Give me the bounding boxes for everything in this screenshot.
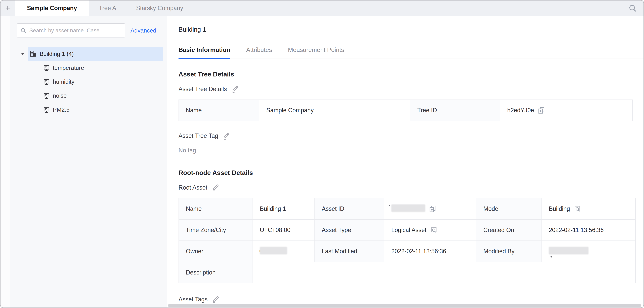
tree-node-selected[interactable]: Building 1 (4) (28, 47, 162, 61)
building-icon (30, 50, 36, 57)
description-label-cell: Description (179, 262, 253, 283)
tab-tree-a[interactable]: Tree A (89, 1, 126, 16)
tab-attributes[interactable]: Attributes (246, 46, 272, 59)
last-modified-value-cell: 2022-02-11 13:56:36 (384, 241, 476, 262)
asset-tree-details-label-row: Asset Tree Details (178, 85, 644, 93)
table-row: Name Building 1 Asset ID Mod (179, 198, 636, 219)
sidebar-gutter (0, 16, 10, 307)
collapse-caret-icon[interactable] (18, 53, 28, 55)
asset-search-input[interactable] (29, 27, 122, 34)
page-title: Building 1 (178, 26, 644, 33)
tree-node-label: Building 1 (4) (40, 51, 74, 57)
tree-node-label: humidity (53, 78, 74, 85)
redacted-owner (260, 247, 287, 256)
view-model-icon[interactable] (430, 226, 438, 234)
advanced-search-link[interactable]: Advanced (130, 27, 156, 34)
redacted-modified-by (549, 247, 588, 256)
copy-icon[interactable] (538, 107, 545, 114)
asset-tags-row: Asset Tags (178, 295, 644, 303)
table-row: Owner Last Modified 2022-02-11 13:56:36 … (179, 241, 636, 262)
asset-id-label-cell: Asset ID (315, 198, 384, 219)
table-row: Description -- (179, 262, 636, 283)
model-value-cell: Building (542, 198, 636, 219)
search-icon (20, 28, 26, 34)
root-node-heading: Root-node Asset Details (178, 169, 644, 177)
asset-tree-details-label: Asset Tree Details (178, 86, 227, 93)
modified-by-label-cell: Modified By (476, 241, 542, 262)
asset-type-value-cell: Logical Asset (384, 219, 476, 241)
app-window: + Sample Company Tree A Starsky Company … (0, 0, 644, 308)
pencil-edit-icon[interactable] (222, 132, 230, 140)
main-panel: Building 1 Basic Information Attributes … (167, 16, 644, 307)
asset-type-value: Logical Asset (391, 227, 426, 234)
tree-node-noise[interactable]: noise (17, 89, 166, 103)
tree-node-building-1[interactable]: Building 1 (4) (18, 47, 166, 61)
asset-tree-details-heading: Asset Tree Details (178, 71, 644, 78)
tab-starsky-company[interactable]: Starsky Company (126, 1, 193, 16)
copy-icon[interactable] (429, 205, 436, 212)
asset-tree-sidebar: Advanced Building 1 (4) (10, 16, 167, 307)
description-value-cell: -- (253, 262, 636, 283)
device-icon (43, 65, 50, 71)
tree-id-value-cell: h2edYJ0e (500, 100, 632, 121)
device-icon (43, 78, 50, 85)
tab-sample-company[interactable]: Sample Company (15, 1, 89, 16)
timezone-label-cell: Time Zone/City (179, 219, 253, 241)
tree-node-humidity[interactable]: humidity (17, 75, 166, 89)
device-icon (43, 106, 50, 113)
tab-measurement-points[interactable]: Measurement Points (288, 46, 344, 59)
tree-node-pm25[interactable]: PM2.5 (17, 103, 166, 117)
name-value-cell: Sample Company (259, 100, 410, 121)
modified-by-value-cell (542, 241, 636, 262)
tree-node-label: PM2.5 (53, 106, 70, 113)
tree-id-value: h2edYJ0e (507, 107, 534, 114)
table-row: Name Sample Company Tree ID h2edYJ0e (179, 100, 632, 121)
asset-tree-details-table: Name Sample Company Tree ID h2edYJ0e (178, 99, 633, 121)
tab-bar: + Sample Company Tree A Starsky Company (0, 1, 644, 16)
created-on-label-cell: Created On (476, 219, 542, 241)
view-model-icon[interactable] (574, 205, 581, 213)
redacted-asset-id (391, 204, 425, 213)
name-value-cell: Building 1 (253, 198, 315, 219)
tree-id-label-cell: Tree ID (410, 100, 500, 121)
device-icon (43, 92, 50, 99)
asset-tree-tag-label: Asset Tree Tag (178, 132, 218, 139)
horizontal-scrollbar[interactable] (168, 304, 641, 307)
body: Advanced Building 1 (4) (0, 16, 644, 307)
name-label-cell: Name (179, 100, 259, 121)
asset-id-value-cell (384, 198, 476, 219)
owner-label-cell: Owner (179, 241, 253, 262)
created-on-value-cell: 2022-02-11 13:56:36 (542, 219, 636, 241)
sidebar-search-row: Advanced (17, 23, 166, 38)
asset-tree-tag-row: Asset Tree Tag (178, 132, 644, 140)
tree-node-label: temperature (53, 65, 84, 71)
no-tag-text: No tag (178, 147, 644, 154)
timezone-value-cell: UTC+08:00 (253, 219, 315, 241)
table-row: Time Zone/City UTC+08:00 Asset Type Logi… (179, 219, 636, 241)
pencil-edit-icon[interactable] (212, 184, 219, 191)
pencil-edit-icon[interactable] (231, 85, 239, 93)
owner-value-cell (253, 241, 315, 262)
model-value: Building (549, 205, 570, 212)
asset-type-label-cell: Asset Type (315, 219, 384, 241)
tree-node-label: noise (53, 92, 67, 99)
asset-tags-label: Asset Tags (178, 296, 208, 303)
asset-search-box[interactable] (17, 23, 125, 38)
tab-basic-information[interactable]: Basic Information (178, 46, 230, 59)
search-icon[interactable] (628, 4, 636, 12)
root-asset-table: Name Building 1 Asset ID Mod (178, 198, 636, 283)
name-label-cell: Name (179, 198, 253, 219)
new-tree-tab-button[interactable]: + (0, 1, 15, 16)
root-asset-label-row: Root Asset (178, 184, 644, 191)
model-label-cell: Model (476, 198, 542, 219)
asset-tree: Building 1 (4) temperature humidity (17, 47, 166, 117)
pencil-edit-icon[interactable] (212, 295, 220, 303)
last-modified-label-cell: Last Modified (315, 241, 384, 262)
detail-tabs: Basic Information Attributes Measurement… (178, 46, 644, 59)
root-asset-label: Root Asset (178, 184, 207, 191)
tree-node-temperature[interactable]: temperature (17, 61, 166, 75)
